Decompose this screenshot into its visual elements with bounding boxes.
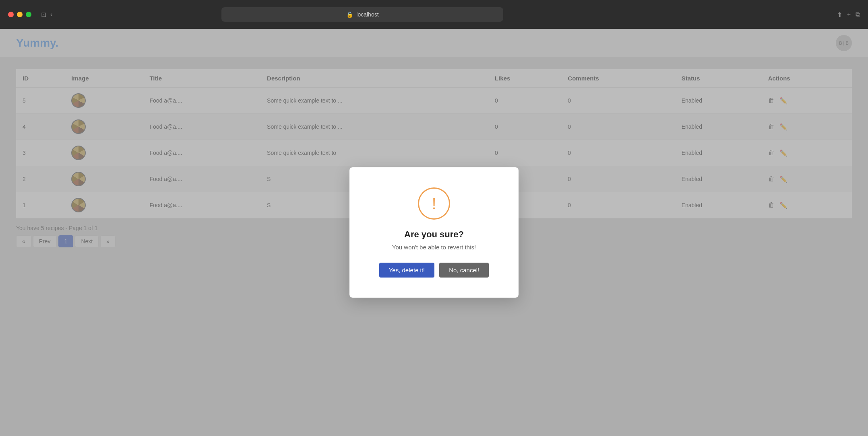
- close-button[interactable]: [8, 12, 14, 17]
- app-container: Yummy. B | B ID Image Title Description …: [0, 29, 868, 436]
- modal-overlay: ! Are you sure? You won't be able to rev…: [0, 29, 868, 436]
- share-icon[interactable]: ⬆: [837, 11, 842, 19]
- sidebar-toggle-icon[interactable]: ⊡: [41, 11, 46, 19]
- new-tab-icon[interactable]: +: [847, 11, 851, 19]
- maximize-button[interactable]: [26, 12, 31, 17]
- modal-buttons: Yes, delete it! No, cancel!: [379, 263, 489, 278]
- tabs-icon[interactable]: ⧉: [856, 11, 860, 19]
- minimize-button[interactable]: [17, 12, 23, 17]
- favicon-icon: 🔒: [346, 11, 353, 18]
- confirm-delete-button[interactable]: Yes, delete it!: [379, 263, 435, 278]
- confirm-dialog: ! Are you sure? You won't be able to rev…: [349, 167, 519, 298]
- exclamation-icon: !: [432, 195, 436, 212]
- browser-controls: ⊡ ‹: [41, 11, 52, 19]
- browser-actions: ⬆ + ⧉: [837, 11, 860, 19]
- browser-chrome: ⊡ ‹ 🔒 localhost ⬆ + ⧉: [0, 0, 868, 29]
- modal-subtitle: You won't be able to revert this!: [392, 244, 476, 251]
- traffic-lights: [8, 12, 31, 17]
- modal-title: Are you sure?: [404, 229, 464, 240]
- url-text: localhost: [356, 11, 378, 18]
- address-bar[interactable]: 🔒 localhost: [221, 7, 503, 22]
- warning-icon-circle: !: [418, 187, 450, 220]
- cancel-button[interactable]: No, cancel!: [439, 263, 489, 278]
- back-icon[interactable]: ‹: [50, 11, 52, 18]
